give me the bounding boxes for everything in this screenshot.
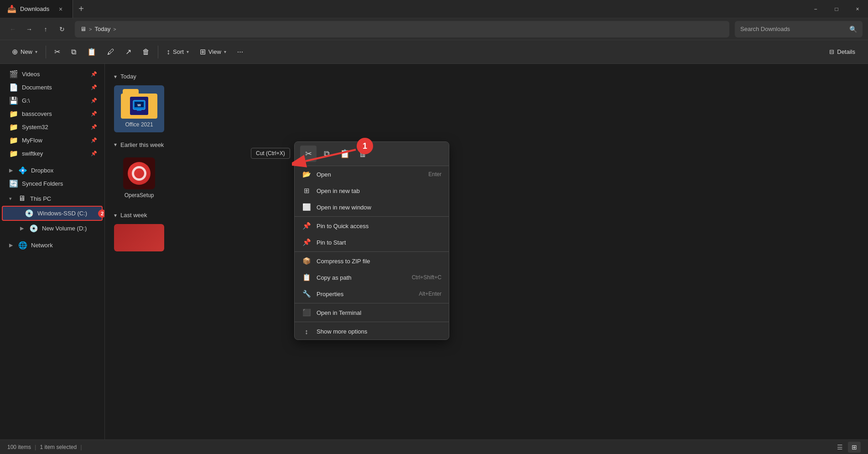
back-button[interactable]: ←	[5, 22, 20, 37]
tab-title: Downloads	[20, 5, 49, 12]
ctx-pinstart-label: Pin to Start	[317, 239, 442, 246]
new-volume-icon: 💿	[29, 224, 38, 233]
forward-button[interactable]: →	[22, 22, 36, 37]
ctx-open-shortcut: Enter	[428, 171, 442, 177]
view-button[interactable]: ⊞ View ▾	[195, 45, 231, 59]
section-earlier: ▾ Earlier this week	[114, 141, 859, 148]
ctx-compress-icon: 📦	[302, 256, 311, 266]
view-icon: ⊞	[200, 47, 206, 56]
ctx-terminal-label: Open in Terminal	[317, 309, 442, 316]
today-label: Today	[120, 73, 136, 80]
ctx-item-properties[interactable]: 🔧 Properties Alt+Enter	[295, 286, 449, 302]
ctx-item-compress[interactable]: 📦 Compress to ZIP file	[295, 253, 449, 269]
sidebar-item-documents[interactable]: 📄 Documents 📌	[2, 81, 103, 94]
sidebar-item-new-volume[interactable]: ▶ 💿 New Volume (D:)	[2, 222, 103, 235]
details-button[interactable]: ⊟ Details	[824, 46, 861, 58]
list-view-button[interactable]: ☰	[833, 442, 846, 453]
file-item-operasetup[interactable]: OperaSetup	[114, 154, 164, 203]
ctx-item-open-new-window[interactable]: ⬜ Open in new window	[295, 199, 449, 215]
office-inside-icon: W	[130, 97, 148, 115]
opera-o-shape	[132, 166, 146, 181]
ctx-cut-button[interactable]: ✂	[300, 146, 317, 162]
sidebar-item-dropbox[interactable]: ▶ 💠 Dropbox	[2, 164, 103, 177]
address-part-downloads[interactable]: Today	[94, 26, 110, 32]
share-icon: ↗	[125, 47, 131, 56]
cut-button[interactable]: ✂	[50, 45, 65, 59]
sidebar-item-system32[interactable]: 📁 System32 📌	[2, 120, 103, 134]
sidebar-item-windows-ssd[interactable]: 💿 Windows-SSD (C:)	[2, 206, 103, 221]
rename-button[interactable]: 🖊	[103, 45, 119, 59]
tab-close-button[interactable]: ×	[56, 5, 65, 14]
sort-button[interactable]: ↕ Sort ▾	[162, 45, 193, 59]
section-today: ▾ Today	[114, 73, 859, 80]
file-item-partial[interactable]	[114, 224, 164, 251]
sidebar-item-videos[interactable]: 🎬 Videos 📌	[2, 68, 103, 81]
refresh-button[interactable]: ↻	[55, 22, 69, 37]
new-volume-expand-icon: ▶	[20, 225, 24, 231]
sidebar-item-network[interactable]: ▶ 🌐 Network	[2, 239, 103, 252]
delete-button[interactable]: 🗑	[138, 45, 154, 59]
sidebar-label-dropbox: Dropbox	[31, 167, 97, 174]
opera-inner	[128, 162, 151, 185]
ctx-item-terminal[interactable]: ⬛ Open in Terminal	[295, 304, 449, 321]
sidebar-label-new-volume: New Volume (D:)	[42, 225, 97, 232]
today-chevron: ▾	[114, 73, 117, 80]
tab-bar: 📥 Downloads × + − □ ×	[0, 0, 868, 18]
file-item-office2021[interactable]: W Office 2021	[114, 85, 164, 132]
minimize-button[interactable]: −	[805, 0, 826, 18]
new-tab-button[interactable]: +	[73, 1, 89, 17]
ctx-sep-4	[295, 322, 449, 322]
pin-icon-videos: 📌	[91, 71, 97, 77]
ctx-item-open[interactable]: 📂 Open Enter	[295, 166, 449, 183]
ssd-drive-icon: 💿	[25, 209, 34, 218]
grid-view-button[interactable]: ⊞	[848, 442, 861, 453]
sidebar-item-gdrive[interactable]: 💾 G:\ 📌	[2, 94, 103, 107]
sidebar-item-basscovers[interactable]: 📁 basscovers 📌	[2, 107, 103, 120]
sidebar-item-myflow[interactable]: 📁 MyFlow 📌	[2, 134, 103, 147]
ctx-item-open-new-tab[interactable]: ⊞ Open in new tab	[295, 183, 449, 199]
ctx-delete-button[interactable]: 🗑	[355, 146, 371, 162]
ctx-compress-label: Compress to ZIP file	[317, 258, 442, 265]
sidebar-item-swiftkey[interactable]: 📁 swiftkey 📌	[2, 147, 103, 160]
ctx-item-pin-start[interactable]: 📌 Pin to Start	[295, 234, 449, 250]
tab-icon: 📥	[7, 5, 16, 13]
ctx-sep-2	[295, 251, 449, 252]
sidebar-item-synced[interactable]: 🔄 Synced Folders	[2, 177, 103, 190]
ctx-copy-button[interactable]: ⧉	[318, 146, 335, 162]
more-button[interactable]: ···	[233, 45, 248, 59]
share-button[interactable]: ↗	[121, 45, 136, 59]
earlier-chevron: ▾	[114, 141, 117, 148]
ctx-copypath-label: Copy as path	[317, 274, 406, 281]
ctx-item-copy-path[interactable]: 📋 Copy as path Ctrl+Shift+C	[295, 269, 449, 286]
close-button[interactable]: ×	[847, 0, 868, 18]
sidebar-label-windows-ssd: Windows-SSD (C:)	[37, 210, 96, 217]
maximize-button[interactable]: □	[826, 0, 847, 18]
paste-button[interactable]: 📋	[83, 45, 101, 59]
ctx-open-icon: 📂	[302, 170, 311, 179]
address-chevron: >	[89, 26, 92, 32]
cut-tooltip: Cut (Ctrl+X)	[251, 148, 290, 159]
new-button[interactable]: ⊕ New ▾	[7, 45, 42, 59]
context-menu-toolbar: ✂ ⧉ 📋 🗑	[295, 142, 449, 166]
context-menu: ✂ ⧉ 📋 🗑 📂 Open Enter ⊞ Open in new tab ⬜…	[294, 141, 449, 340]
sort-chevron: ▾	[187, 49, 189, 54]
view-label: View	[208, 48, 221, 55]
downloads-tab[interactable]: 📥 Downloads ×	[0, 0, 73, 18]
ctx-item-pin-quick[interactable]: 📌 Pin to Quick access	[295, 218, 449, 234]
svg-rect-3	[137, 110, 141, 111]
ctx-properties-shortcut: Alt+Enter	[419, 291, 442, 297]
sidebar-item-thispc[interactable]: ▾ 🖥 This PC	[2, 192, 103, 205]
address-bar[interactable]: 🖥 > Today >	[75, 21, 729, 37]
ctx-paste-button[interactable]: 📋	[337, 146, 353, 162]
up-button[interactable]: ↑	[38, 22, 53, 37]
pin-icon-basscovers: 📌	[91, 111, 97, 117]
delete-icon: 🗑	[142, 48, 150, 56]
copy-button[interactable]: ⧉	[67, 45, 81, 59]
search-bar[interactable]: Search Downloads 🔍	[735, 21, 863, 37]
ctx-newtab-icon: ⊞	[302, 186, 311, 195]
ctx-item-show-more[interactable]: ↕ Show more options	[295, 323, 449, 339]
command-bar: ⊕ New ▾ ✂ ⧉ 📋 🖊 ↗ 🗑 ↕ Sort ▾ ⊞ View ▾ ··…	[0, 40, 868, 64]
pin-icon-gdrive: 📌	[91, 98, 97, 104]
thispc-icon: 🖥	[17, 194, 26, 203]
sidebar-label-thispc: This PC	[30, 195, 97, 202]
